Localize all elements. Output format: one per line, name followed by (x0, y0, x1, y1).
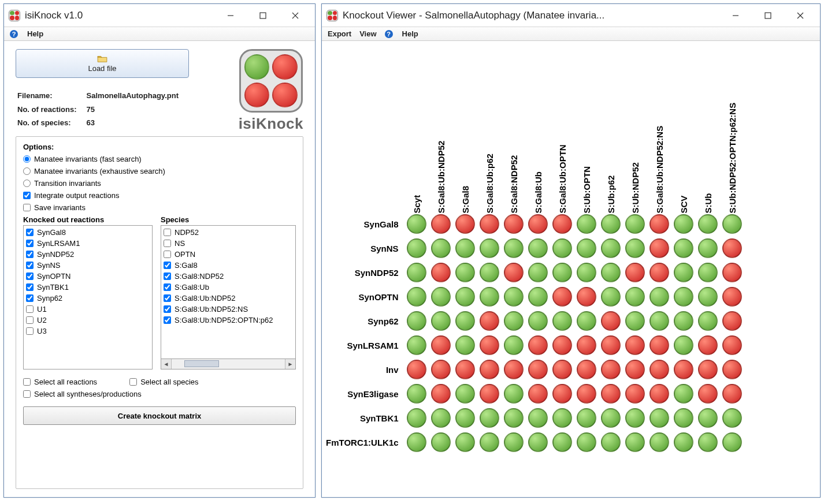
matrix-cell (720, 357, 744, 382)
check-save-inv-input[interactable] (23, 204, 31, 211)
check-save-invariants[interactable]: Save invariants (23, 203, 296, 212)
titlebar: isiKnock v1.0 (4, 4, 315, 27)
species-hscroll[interactable]: ◄ ► (161, 359, 296, 369)
matrix-cell (599, 406, 623, 430)
window-controls (719, 6, 816, 25)
reactions-listbox[interactable]: SynGal8SynLRSAM1SynNDP52SynNSSynOPTNSynT… (23, 225, 153, 369)
matrix-cell (477, 333, 502, 357)
minimize-button[interactable] (214, 6, 247, 25)
matrix-cell (647, 430, 671, 454)
radio-exhaustive[interactable]: Manatee invariants (exhaustive search) (23, 167, 296, 176)
matrix-cell (477, 406, 502, 430)
list-item[interactable]: SynOPTN (26, 271, 150, 282)
matrix-cell (671, 285, 696, 309)
radio-fast[interactable]: Manatee invariants (fast search) (23, 155, 296, 163)
list-item[interactable]: SynLRSAM1 (26, 238, 150, 249)
folder-icon (97, 55, 107, 63)
check-integrate-input[interactable] (23, 192, 31, 199)
species-listbox[interactable]: NDP52NSOPTNS:Gal8S:Gal8:NDP52S:Gal8:UbS:… (161, 225, 296, 359)
matrix-cell (623, 260, 647, 285)
matrix-cell (453, 309, 477, 333)
minimize-button[interactable] (719, 6, 752, 25)
matrix-cell (599, 309, 623, 333)
matrix-cell (477, 357, 502, 382)
matrix-cell (647, 357, 671, 382)
list-item[interactable]: S:Gal8:Ub:NDP52 (164, 293, 293, 304)
list-item[interactable]: SynNS (26, 260, 150, 271)
menu-export[interactable]: Export (328, 29, 351, 38)
matrix-cell (647, 260, 671, 285)
list-item[interactable]: NS (164, 238, 293, 249)
close-button[interactable] (784, 6, 816, 25)
scroll-right-icon[interactable]: ► (285, 359, 295, 369)
matrix-cell (477, 309, 502, 333)
list-item[interactable]: S:Gal8:Ub (164, 282, 293, 293)
list-item[interactable]: S:Gal8:Ub:NDP52:NS (164, 304, 293, 315)
matrix-cell (404, 333, 429, 357)
list-item[interactable]: SynGal8 (26, 227, 150, 238)
matrix-cell (720, 309, 744, 333)
matrix-cell (574, 285, 599, 309)
matrix-col-header: S:Gal8:Ub (526, 44, 550, 212)
matrix-cell (502, 285, 526, 309)
matrix-cell (720, 285, 744, 309)
matrix-cell (502, 406, 526, 430)
load-file-button[interactable]: Load file (16, 49, 189, 78)
menu-help[interactable]: Help (27, 29, 43, 38)
matrix-cell (599, 382, 623, 406)
list-item[interactable]: S:Gal8 (164, 260, 293, 271)
matrix-cell (453, 357, 477, 382)
close-button[interactable] (279, 6, 311, 25)
matrix-cell (671, 430, 696, 454)
list-item[interactable]: U1 (26, 304, 150, 315)
matrix-cell (502, 357, 526, 382)
list-item[interactable]: U3 (26, 326, 150, 337)
maximize-button[interactable] (247, 6, 279, 25)
radio-transition-input[interactable] (23, 180, 31, 187)
scroll-left-icon[interactable]: ◄ (161, 359, 172, 369)
list-item[interactable]: S:Gal8:NDP52 (164, 271, 293, 282)
matrix-cell (453, 406, 477, 430)
list-item[interactable]: SynTBK1 (26, 282, 150, 293)
scroll-thumb[interactable] (184, 360, 219, 367)
matrix-cell (429, 260, 453, 285)
radio-fast-input[interactable] (23, 155, 31, 163)
app-icon (9, 10, 20, 21)
matrix-cell (429, 333, 453, 357)
check-select-all-species[interactable]: Select all species (129, 378, 198, 386)
matrix-cell (623, 357, 647, 382)
list-item[interactable]: Synp62 (26, 293, 150, 304)
radio-transition[interactable]: Transition invariants (23, 179, 296, 188)
create-knockout-matrix-button[interactable]: Create knockout matrix (23, 406, 296, 425)
check-integrate[interactable]: Integrate output reactions (23, 191, 296, 200)
help-icon: ? (385, 30, 393, 38)
list-item[interactable]: NDP52 (164, 227, 293, 238)
check-select-all-reactions[interactable]: Select all reactions (23, 378, 97, 386)
list-item[interactable]: S:Gal8:Ub:NDP52:OPTN:p62 (164, 315, 293, 326)
matrix-cell (696, 430, 720, 454)
matrix-cell (526, 285, 550, 309)
menu-help[interactable]: Help (402, 29, 418, 38)
matrix-cell (671, 333, 696, 357)
radio-exhaustive-input[interactable] (23, 167, 31, 175)
matrix-cell (429, 406, 453, 430)
matrix-cell (526, 260, 550, 285)
list-item[interactable]: U2 (26, 315, 150, 326)
matrix-cell (404, 236, 429, 260)
check-select-all-syntheses[interactable]: Select all syntheses/productions (23, 390, 296, 398)
matrix-cell (574, 236, 599, 260)
matrix-row-header: Inv (325, 357, 404, 382)
menu-view[interactable]: View (359, 29, 376, 38)
matrix-scroll-area[interactable]: ScytS:Gal8:Ub:NDP52S:Gal8S:Gal8:Ub:p62S:… (322, 41, 820, 497)
logo: isiKnock (239, 49, 303, 133)
matrix-cell (526, 236, 550, 260)
list-item[interactable]: SynNDP52 (26, 249, 150, 260)
maximize-button[interactable] (752, 6, 784, 25)
matrix-col-header: S:Ub:NDP52:OPTN:p62:NS (720, 44, 744, 212)
matrix-cell (647, 236, 671, 260)
knockout-matrix: ScytS:Gal8:Ub:NDP52S:Gal8S:Gal8:Ub:p62S:… (325, 44, 819, 454)
matrix-cell (720, 382, 744, 406)
list-item[interactable]: OPTN (164, 249, 293, 260)
menubar: ? Help (4, 27, 315, 41)
isiknock-main-window: isiKnock v1.0 ? Help Load file Filename:… (3, 3, 316, 498)
